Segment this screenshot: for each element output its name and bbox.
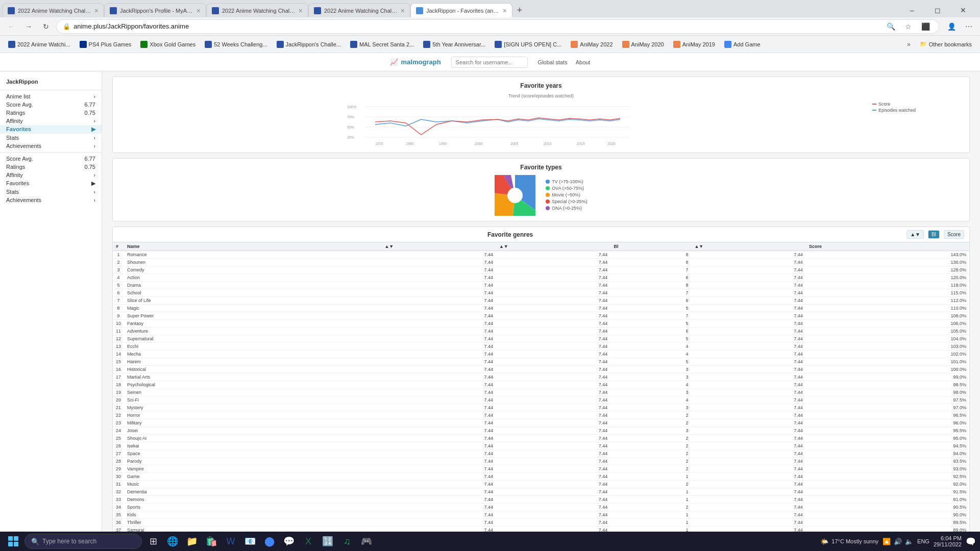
extension-icon[interactable]: ⬛	[918, 19, 933, 34]
tab-5[interactable]: JackRippon - Favorites (anime) - ×	[410, 3, 512, 17]
genres-sort-av[interactable]: ▲▼	[906, 230, 924, 239]
genres-table-row[interactable]: 8 Magic 7.44 7.44 5 7.44 110.0%	[113, 305, 969, 312]
sidebar-stats[interactable]: Stats ›	[0, 134, 102, 142]
bookmark-addgame[interactable]: Add Game	[720, 39, 765, 50]
star-icon[interactable]: ☆	[901, 19, 915, 34]
bookmark-5th[interactable]: 5th Year Anniversar...	[419, 39, 489, 50]
genres-table-row[interactable]: 34 Sports 7.44 7.44 2 7.44 90.5%	[113, 504, 969, 511]
taskbar-explorer[interactable]: 📁	[183, 532, 201, 550]
search-icon[interactable]: 🔍	[884, 19, 898, 34]
taskbar-discord[interactable]: 💬	[280, 532, 298, 550]
sidebar-stats-2[interactable]: Stats ›	[0, 188, 102, 196]
sidebar-achievements[interactable]: Achievements ›	[0, 142, 102, 150]
genres-col-c3[interactable]: ▲▼	[691, 242, 805, 251]
tab-2-close[interactable]: ×	[197, 7, 201, 15]
tab-4-close[interactable]: ×	[401, 7, 405, 15]
bookmark-santa[interactable]: MAL Secret Santa 2...	[346, 39, 418, 50]
genres-table-row[interactable]: 30 Game 7.44 7.44 1 7.44 92.5%	[113, 473, 969, 481]
tab-1-close[interactable]: ×	[94, 7, 99, 15]
genres-table-row[interactable]: 32 Dementia 7.44 7.44 1 7.44 91.5%	[113, 488, 969, 496]
sidebar-affinity[interactable]: Affinity ›	[0, 117, 102, 125]
genres-table-row[interactable]: 25 Shoujo Ai 7.44 7.44 2 7.44 95.0%	[113, 435, 969, 442]
genres-table-row[interactable]: 24 Josei 7.44 7.44 3 7.44 95.5%	[113, 427, 969, 435]
genres-table-row[interactable]: 5 Drama 7.44 7.44 8 7.44 118.0%	[113, 282, 969, 289]
genres-table-row[interactable]: 11 Adventure 7.44 7.44 6 7.44 105.0%	[113, 328, 969, 335]
taskbar-edge[interactable]: 🌐	[163, 532, 182, 550]
taskbar-store[interactable]: 🛍️	[202, 532, 220, 550]
speakers-icon[interactable]: 🔈	[905, 538, 913, 545]
sidebar-ratings[interactable]: Ratings 0.75	[0, 109, 102, 117]
genres-table-row[interactable]: 29 Vampire 7.44 7.44 2 7.44 93.0%	[113, 465, 969, 473]
genres-table-row[interactable]: 26 Isekai 7.44 7.44 2 7.44 94.5%	[113, 442, 969, 450]
genres-table-row[interactable]: 27 Space 7.44 7.44 2 7.44 94.0%	[113, 450, 969, 458]
sidebar-affinity-2[interactable]: Affinity ›	[0, 171, 102, 179]
genres-table-row[interactable]: 16 Historical 7.44 7.44 3 7.44 100.0%	[113, 366, 969, 373]
genres-table-row[interactable]: 10 Fantasy 7.44 7.44 5 7.44 106.0%	[113, 320, 969, 328]
genres-table-row[interactable]: 3 Comedy 7.44 7.44 7 7.44 128.0%	[113, 266, 969, 274]
bookmark-signup[interactable]: [SIGN UPS OPEN] C...	[491, 39, 566, 50]
genres-table-row[interactable]: 12 Supernatural 7.44 7.44 5 7.44 104.0%	[113, 335, 969, 343]
genres-table-row[interactable]: 4 Action 7.44 7.44 6 7.44 120.0%	[113, 274, 969, 282]
start-button[interactable]	[4, 532, 22, 550]
genres-col-bl[interactable]: Bl	[610, 242, 691, 251]
bookmark-animay20[interactable]: AniMay 2020	[618, 39, 668, 50]
sidebar-score-avg-2[interactable]: Score Avg. 6.77	[0, 155, 102, 163]
taskbar-excel[interactable]: X	[299, 532, 317, 550]
bookmark-animay22[interactable]: AniMay 2022	[567, 39, 617, 50]
sidebar-favorites-2[interactable]: Favorites ▶	[0, 179, 102, 188]
genres-col-c2[interactable]: ▲▼	[496, 242, 610, 251]
bookmark-animay19[interactable]: AniMay 2019	[669, 39, 719, 50]
sidebar-ratings-2[interactable]: Ratings 0.75	[0, 163, 102, 171]
genres-table-row[interactable]: 37 Samurai 7.44 7.44 1 7.44 89.0%	[113, 527, 969, 532]
genres-table-row[interactable]: 13 Ecchi 7.44 7.44 4 7.44 103.0%	[113, 343, 969, 350]
sidebar-achievements-2[interactable]: Achievements ›	[0, 196, 102, 204]
genres-table-row[interactable]: 28 Parody 7.44 7.44 2 7.44 93.5%	[113, 458, 969, 465]
forward-button[interactable]: →	[21, 19, 36, 34]
bookmark-ps4[interactable]: PS4 Plus Games	[76, 39, 136, 50]
taskbar-search[interactable]: 🔍 Type here to search	[24, 534, 142, 549]
restore-button[interactable]: ◻	[926, 2, 949, 19]
tab-3[interactable]: 2022 Anime Watching Challeng... ×	[206, 3, 308, 17]
nav-global-stats[interactable]: Global stats	[538, 59, 568, 65]
network-icon[interactable]: 🔼	[883, 538, 891, 545]
url-bar[interactable]: 🔒 anime.plus/JackRippon/favorites.anime …	[56, 19, 939, 34]
tab-5-close[interactable]: ×	[503, 7, 507, 15]
genres-table-row[interactable]: 15 Harem 7.44 7.44 5 7.44 101.0%	[113, 358, 969, 366]
taskbar-chrome[interactable]: ⬤	[260, 532, 279, 550]
tab-2[interactable]: JackRippon's Profile - MyAnime... ×	[104, 3, 206, 17]
genres-table-row[interactable]: 33 Demons 7.44 7.44 1 7.44 91.0%	[113, 496, 969, 504]
genres-col-score[interactable]: Score	[806, 242, 969, 251]
minimize-button[interactable]: –	[900, 2, 924, 19]
genres-table-row[interactable]: 18 Psychological 7.44 7.44 4 7.44 98.5%	[113, 381, 969, 389]
genres-sort-bl[interactable]: Bl	[928, 230, 940, 239]
genres-table-row[interactable]: 17 Martial Arts 7.44 7.44 3 7.44 99.0%	[113, 373, 969, 381]
tab-4[interactable]: 2022 Anime Watching Challeng... ×	[308, 3, 410, 17]
time-display[interactable]: 6:04 PM 29/11/2022	[934, 535, 962, 547]
back-button[interactable]: ←	[4, 19, 18, 34]
genres-sort-score[interactable]: Score	[944, 230, 964, 239]
site-search[interactable]	[451, 57, 528, 68]
nav-about[interactable]: About	[576, 59, 591, 65]
sidebar-anime-list[interactable]: Anime list ›	[0, 92, 102, 101]
volume-icon[interactable]: 🔊	[894, 538, 902, 545]
genres-table-row[interactable]: 7 Slice of Life 7.44 7.44 6 7.44 112.0%	[113, 297, 969, 305]
taskbar-word[interactable]: W	[222, 532, 240, 550]
taskbar-steam[interactable]: 🎮	[357, 532, 376, 550]
profile-icon[interactable]: 👤	[944, 19, 959, 34]
genres-table-row[interactable]: 36 Thriller 7.44 7.44 1 7.44 89.5%	[113, 519, 969, 527]
other-bookmarks[interactable]: 📁 Other bookmarks	[916, 39, 976, 49]
genres-table-row[interactable]: 6 School 7.44 7.44 7 7.44 115.0%	[113, 289, 969, 297]
genres-table-row[interactable]: 1 Romance 7.44 7.44 8 7.44 143.0%	[113, 251, 969, 259]
taskbar-outlook[interactable]: 📧	[241, 532, 259, 550]
genres-table-row[interactable]: 22 Horror 7.44 7.44 2 7.44 96.5%	[113, 412, 969, 419]
settings-icon[interactable]: ⋯	[962, 19, 976, 34]
bookmarks-more[interactable]: »	[903, 39, 915, 50]
sidebar-score-avg[interactable]: Score Avg. 6.77	[0, 101, 102, 109]
genres-table-row[interactable]: 23 Military 7.44 7.44 2 7.44 96.0%	[113, 419, 969, 427]
taskbar-spotify[interactable]: ♫	[338, 532, 356, 550]
genres-table-row[interactable]: 19 Seinen 7.44 7.44 3 7.44 98.0%	[113, 389, 969, 396]
genres-col-c1[interactable]: ▲▼	[381, 242, 496, 251]
genres-table-row[interactable]: 21 Mystery 7.44 7.44 3 7.44 97.0%	[113, 404, 969, 412]
close-button[interactable]: ✕	[951, 2, 975, 19]
taskbar-calc[interactable]: 🔢	[318, 532, 337, 550]
